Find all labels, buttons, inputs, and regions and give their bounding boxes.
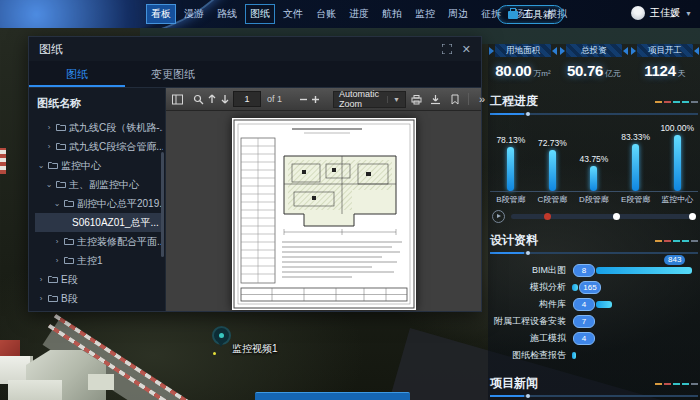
tree-item-label: 主、副监控中心 [69,178,139,192]
previous-page-icon[interactable] [207,91,217,107]
user-name: 王佳媛 [650,6,680,20]
zoom-level-value: Automatic Zoom [339,89,379,109]
nav-item-4[interactable]: 图纸 [245,4,275,24]
chart-axis [490,191,698,192]
search-icon[interactable] [193,91,204,107]
drawing-page [232,118,416,310]
building-model-red [0,340,20,356]
download-icon[interactable] [428,91,444,107]
tree-item[interactable]: ⌄副控中心总平2019... [35,194,163,213]
section-underline [490,113,698,115]
design-value-pill: 165 [579,281,601,294]
zoom-in-icon[interactable] [311,91,320,107]
stat-unit: 万m² [533,68,550,79]
design-bar-area [572,349,698,362]
nav-item-1[interactable]: 看板 [146,4,176,24]
play-icon[interactable] [492,210,505,223]
more-tools-icon[interactable]: » [474,91,490,107]
legend-dash-icon [682,240,689,242]
legend-dash-icon [673,101,680,103]
stat-arrow-right-icon [552,47,557,55]
tab-2[interactable]: 变更图纸 [125,61,221,87]
stat-2: 总投资50.76亿元 [561,44,627,84]
design-row: 构件库4 [490,298,698,311]
legend-dash-icon [691,101,698,103]
legend-dash-icon [691,240,698,242]
tree-item[interactable]: ⌄主、副监控中心 [35,175,163,194]
slider-dot[interactable] [613,213,620,220]
legend-dash-icon [655,383,662,385]
slider-track[interactable] [511,214,696,219]
panel-title: 图纸 [39,41,63,58]
technical-drawing [232,118,416,310]
zoom-level-select[interactable]: Automatic Zoom ▼ [333,91,406,108]
nav-item-2[interactable]: 漫游 [179,4,209,24]
bar-value-label: 100.00% [660,123,694,133]
design-row-label: 构件库 [490,298,572,311]
folder-icon [64,236,74,247]
stat-arrow-left-icon [560,47,565,55]
stat-arrow-left-icon [631,47,636,55]
pdf-canvas[interactable] [166,111,481,311]
stat-label: 用地面积 [495,44,551,57]
folder-icon [56,122,66,133]
user-menu[interactable]: 王佳媛 ▼ [631,6,692,20]
nav-item-9[interactable]: 监控 [410,4,440,24]
bar-value-label: 78.13% [496,135,525,145]
nav-item-5[interactable]: 文件 [278,4,308,24]
bottom-blue-button[interactable] [255,392,410,400]
bar-value-label: 72.73% [538,138,567,148]
tree-item[interactable]: ⌄监控中心 [35,156,163,175]
tree-item[interactable]: ›主控1 [35,251,163,270]
tree-item[interactable]: ›主控装修配合平面... [35,232,163,251]
nav-item-10[interactable]: 周边 [443,4,473,24]
tree-item[interactable]: ›B段 [35,289,163,308]
nav-item-3[interactable]: 路线 [212,4,242,24]
page-number-input[interactable] [233,91,261,107]
tree-scrollbar[interactable] [161,152,164,257]
design-row: 施工模拟4 [490,332,698,345]
tree-item[interactable]: S0610AZ01_总平... [35,213,163,232]
nav-item-6[interactable]: 台账 [311,4,341,24]
tab-1[interactable]: 图纸 [29,61,125,87]
slider-dot[interactable] [689,213,696,220]
tree-item[interactable]: ›D段 [35,308,163,311]
design-bar [596,301,612,308]
tree-item-label: 主控装修配合平面... [77,235,163,249]
design-value-pill: 4 [573,298,595,311]
tree-item-label: 武九线C段（铁机路-... [69,121,163,135]
print-icon[interactable] [409,91,425,107]
design-row: 模拟分析165 [490,281,698,294]
progress-section-title: 工程进度 [490,93,538,110]
design-row-label: 附属工程设备安装 [490,315,572,328]
design-value-pill: 7 [573,315,595,328]
tree-item[interactable]: ›武九线C段（铁机路-... [35,118,163,137]
sidebar-toggle-icon[interactable] [172,91,183,107]
slider-dot[interactable] [544,213,551,220]
app-window: 监控视频1 看板漫游路线图纸文件台账进度航拍监控周边征拆场布模拟 工具箱 王佳媛… [0,0,700,400]
tree-item-label: E段 [61,273,78,287]
tree-item[interactable]: ›武九线C段综合管廊... [35,137,163,156]
zoom-out-icon[interactable] [299,91,308,107]
tree-item[interactable]: ›E段 [35,270,163,289]
drawings-tabbar: 图纸变更图纸 [29,61,481,88]
stat-arrow-right-icon [694,47,699,55]
expand-icon[interactable] [442,44,453,55]
stat-label: 项目开工 [637,44,693,57]
legend-dash-icon [664,383,671,385]
section-dashes [655,383,698,385]
close-icon[interactable]: ✕ [462,44,471,55]
nav-item-8[interactable]: 航拍 [377,4,407,24]
nav-item-7[interactable]: 进度 [344,4,374,24]
stat-arrow-left-icon [489,47,494,55]
design-bar [572,284,578,291]
legend-dash-icon [655,240,662,242]
tree-item-label: B段 [61,292,78,306]
chevron-icon: › [53,237,61,246]
bookmark-icon[interactable] [447,91,463,107]
next-page-icon[interactable] [220,91,230,107]
toolbox-button[interactable]: 工具箱 [497,5,564,24]
drawings-panel-header: 图纸 ✕ [29,37,481,61]
design-bar-chart: BIM出图8843模拟分析165构件库4附属工程设备安装7施工模拟4图纸检查报告 [490,264,698,366]
design-row-label: 图纸检查报告 [490,349,572,362]
